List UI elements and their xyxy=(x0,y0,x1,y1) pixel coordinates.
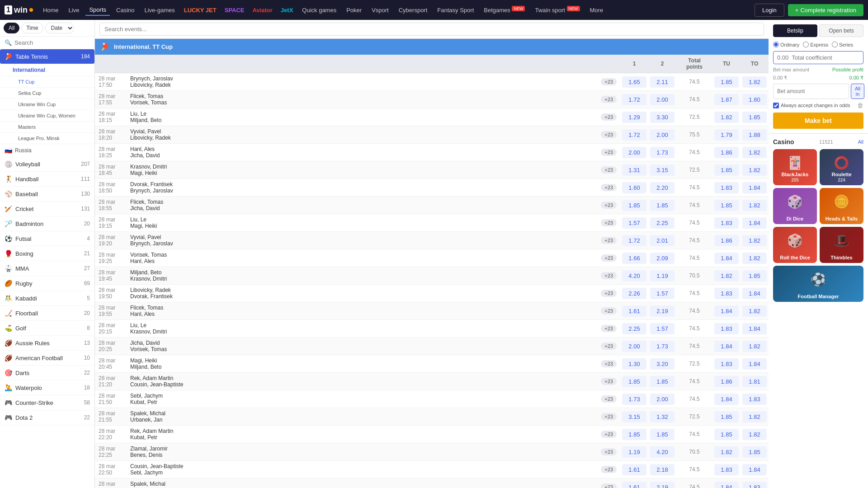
odd2-button[interactable]: 4.20 xyxy=(650,446,675,458)
sidebar-item-boxing[interactable]: 🥊 Boxing 21 xyxy=(0,246,94,261)
bet-amount-input[interactable] xyxy=(773,84,849,99)
sidebar-item-cricket[interactable]: 🏏 Cricket 131 xyxy=(0,202,94,216)
odd2-button[interactable]: 2.20 xyxy=(650,182,675,193)
odd1-button[interactable]: 1.57 xyxy=(622,217,646,229)
to-button[interactable]: 1.82 xyxy=(742,341,767,352)
nav-live[interactable]: Live xyxy=(65,5,83,15)
tu-button[interactable]: 1.85 xyxy=(714,200,739,211)
to-button[interactable]: 1.82 xyxy=(742,411,767,422)
to-button[interactable]: 1.82 xyxy=(742,305,767,317)
odd2-button[interactable]: 2.00 xyxy=(650,129,675,141)
filter-time[interactable]: Time xyxy=(21,23,43,33)
more-button[interactable]: +23 xyxy=(601,184,617,191)
odd2-button[interactable]: 2.19 xyxy=(650,305,675,317)
casino-all-link[interactable]: All xyxy=(858,139,863,145)
odd2-button[interactable]: 2.00 xyxy=(650,94,675,105)
tu-button[interactable]: 1.84 xyxy=(714,253,739,264)
to-button[interactable]: 1.82 xyxy=(742,76,767,88)
make-bet-button[interactable]: Make bet xyxy=(773,113,863,129)
sidebar-item-handball[interactable]: 🤾 Handball 111 xyxy=(0,172,94,187)
tu-button[interactable]: 1.82 xyxy=(714,112,739,123)
accept-changes-checkbox[interactable] xyxy=(773,103,779,108)
more-button[interactable]: +23 xyxy=(601,431,617,438)
casino-card-blackjacks[interactable]: 🃏 BlackJacks 205 xyxy=(773,149,817,185)
more-button[interactable]: +23 xyxy=(601,343,617,350)
more-button[interactable]: +23 xyxy=(601,378,617,385)
odd2-button[interactable]: 1.57 xyxy=(650,288,675,299)
to-button[interactable]: 1.85 xyxy=(742,270,767,282)
sidebar-item-floorball[interactable]: 🏒 Floorball 20 xyxy=(0,306,94,321)
odd2-button[interactable]: 2.00 xyxy=(650,394,675,405)
sidebar-item-baseball[interactable]: ⚾ Baseball 130 xyxy=(0,187,94,202)
nav-cybersport[interactable]: Cybersport xyxy=(395,5,431,15)
odd2-button[interactable]: 1.32 xyxy=(650,411,675,422)
to-button[interactable]: 1.82 xyxy=(742,164,767,176)
top-search-input[interactable] xyxy=(99,23,764,36)
nav-poker[interactable]: Poker xyxy=(343,5,365,15)
logo[interactable]: 1win xyxy=(5,5,33,15)
to-button[interactable]: 1.84 xyxy=(742,358,767,370)
radio-series[interactable]: Series xyxy=(832,42,853,47)
more-button[interactable]: +23 xyxy=(601,290,617,297)
more-button[interactable]: +23 xyxy=(601,254,617,262)
odd2-button[interactable]: 2.01 xyxy=(650,235,675,246)
sidebar-item-dota2[interactable]: 🎮 Dota 2 22 xyxy=(0,410,94,425)
tu-button[interactable]: 1.86 xyxy=(714,147,739,158)
tu-button[interactable]: 1.83 xyxy=(714,288,739,299)
tu-button[interactable]: 1.84 xyxy=(714,305,739,317)
sidebar-item-setka-cup[interactable]: Setka Cup xyxy=(0,88,94,99)
to-button[interactable]: 1.81 xyxy=(742,376,767,387)
tab-open-bets[interactable]: Open bets xyxy=(819,24,863,37)
sidebar-item-badminton[interactable]: 🏸 Badminton 20 xyxy=(0,216,94,231)
sidebar-item-waterpolo[interactable]: 🤽 Waterpolo 18 xyxy=(0,380,94,395)
more-button[interactable]: +23 xyxy=(601,483,617,488)
to-button[interactable]: 1.83 xyxy=(742,482,767,488)
tu-button[interactable]: 1.83 xyxy=(714,323,739,334)
odd1-button[interactable]: 1.30 xyxy=(622,358,646,370)
odd1-button[interactable]: 2.26 xyxy=(622,288,646,299)
to-button[interactable]: 1.88 xyxy=(742,129,767,141)
to-button[interactable]: 1.80 xyxy=(742,94,767,105)
odd2-button[interactable]: 3.15 xyxy=(650,164,675,176)
sidebar-item-aussie-rules[interactable]: 🏈 Aussie Rules 13 xyxy=(0,336,94,351)
odd2-button[interactable]: 3.30 xyxy=(650,112,675,123)
to-button[interactable]: 1.84 xyxy=(742,464,767,475)
odd1-button[interactable]: 1.72 xyxy=(622,94,646,105)
more-button[interactable]: +23 xyxy=(601,131,617,138)
odd2-button[interactable]: 1.73 xyxy=(650,341,675,352)
tu-button[interactable]: 1.83 xyxy=(714,217,739,229)
sidebar-item-international[interactable]: International xyxy=(0,64,94,76)
more-button[interactable]: +23 xyxy=(601,219,617,226)
sidebar-item-volleyball[interactable]: 🏐 Volleyball 207 xyxy=(0,157,94,172)
nav-vsport[interactable]: Vsport xyxy=(368,5,392,15)
odd1-button[interactable]: 1.60 xyxy=(622,182,646,193)
casino-card-dice[interactable]: 🎲 Di Dice xyxy=(773,188,817,224)
tu-button[interactable]: 1.84 xyxy=(714,341,739,352)
odd2-button[interactable]: 1.85 xyxy=(650,200,675,211)
nav-lucky[interactable]: LUCKY JET xyxy=(181,5,219,15)
odd1-button[interactable]: 1.61 xyxy=(622,482,646,488)
to-button[interactable]: 1.84 xyxy=(742,323,767,334)
nav-twain[interactable]: Twain sport NEW xyxy=(531,5,583,15)
tu-button[interactable]: 1.85 xyxy=(714,164,739,176)
search-input[interactable] xyxy=(14,39,90,46)
tu-button[interactable]: 1.87 xyxy=(714,94,739,105)
odd1-button[interactable]: 1.29 xyxy=(622,112,646,123)
odd2-button[interactable]: 1.73 xyxy=(650,147,675,158)
tu-button[interactable]: 1.86 xyxy=(714,376,739,387)
login-button[interactable]: Login xyxy=(755,4,784,17)
odd1-button[interactable]: 1.65 xyxy=(622,76,646,88)
casino-card-football-manager[interactable]: ⚽ Football Manager xyxy=(773,266,863,302)
to-button[interactable]: 1.84 xyxy=(742,182,767,193)
odd2-button[interactable]: 2.25 xyxy=(650,217,675,229)
to-button[interactable]: 1.83 xyxy=(742,394,767,405)
odd1-button[interactable]: 1.85 xyxy=(622,429,646,440)
radio-express[interactable]: Express xyxy=(803,42,828,47)
tu-button[interactable]: 1.79 xyxy=(714,129,739,141)
sidebar-item-table-tennis[interactable]: 🏓 Table Tennis 184 xyxy=(0,49,94,64)
casino-card-thimbles[interactable]: 🎩 Thimbles xyxy=(820,227,863,263)
tu-button[interactable]: 1.84 xyxy=(714,482,739,488)
sidebar-item-futsal[interactable]: ⚽ Futsal 4 xyxy=(0,231,94,246)
odd1-button[interactable]: 4.20 xyxy=(622,270,646,282)
tu-button[interactable]: 1.84 xyxy=(714,394,739,405)
